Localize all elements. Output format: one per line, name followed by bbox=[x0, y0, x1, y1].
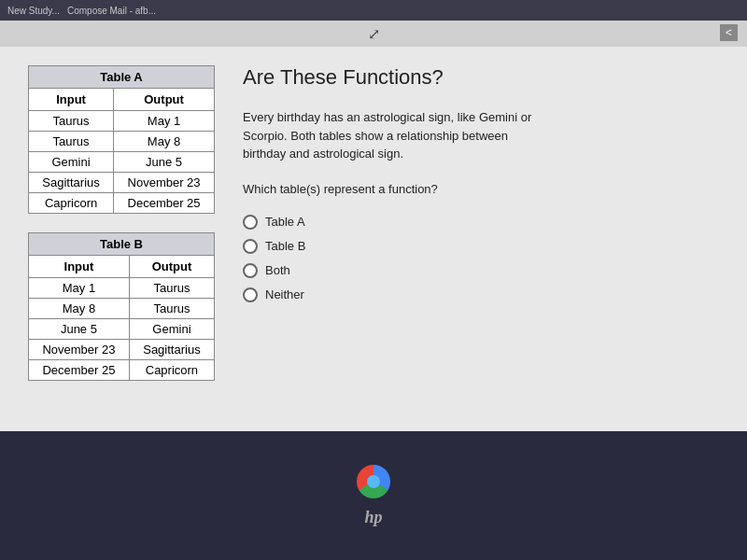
table-row: June 5Gemini bbox=[29, 319, 215, 340]
screen-area: ⤢ < Table A Input Output TaurusMay 1Taur… bbox=[0, 21, 747, 431]
table-row: May 1Taurus bbox=[29, 278, 215, 299]
table-row: SagittariusNovember 23 bbox=[29, 173, 215, 193]
nav-arrow-button[interactable]: < bbox=[720, 24, 738, 41]
opt-neither-label: Neither bbox=[265, 287, 304, 301]
opt-table-a-radio[interactable] bbox=[243, 215, 258, 230]
table-b: Table B Input Output May 1TaurusMay 8Tau… bbox=[28, 232, 215, 381]
table-a: Table A Input Output TaurusMay 1TaurusMa… bbox=[28, 65, 215, 214]
browser-bar: New Study... Compose Mail - afb... bbox=[0, 0, 747, 21]
radio-options: Table ATable BBothNeither bbox=[243, 215, 719, 302]
table-row: CapricornDecember 25 bbox=[29, 193, 215, 214]
hp-logo: hp bbox=[364, 508, 382, 527]
opt-table-a-label: Table A bbox=[265, 215, 305, 229]
question-section: Are These Functions? Every birthday has … bbox=[243, 65, 719, 413]
table-row: GeminiJune 5 bbox=[29, 152, 215, 173]
table-a-header-input: Input bbox=[29, 89, 114, 111]
table-row: December 25Capricorn bbox=[29, 360, 215, 381]
question-text: Which table(s) represent a function? bbox=[243, 182, 719, 196]
table-a-header-output: Output bbox=[114, 89, 215, 111]
opt-both[interactable]: Both bbox=[243, 263, 719, 278]
table-row: May 8Taurus bbox=[29, 299, 215, 319]
opt-neither-radio[interactable] bbox=[243, 287, 258, 302]
opt-both-radio[interactable] bbox=[243, 263, 258, 278]
opt-both-label: Both bbox=[265, 263, 290, 277]
opt-table-b-label: Table B bbox=[265, 239, 305, 253]
table-b-header-input: Input bbox=[29, 256, 130, 278]
table-b-header-output: Output bbox=[129, 256, 214, 278]
page-title: Are These Functions? bbox=[243, 65, 719, 90]
table-a-caption: Table A bbox=[28, 65, 215, 88]
content-area: Table A Input Output TaurusMay 1TaurusMa… bbox=[0, 47, 747, 431]
top-bar: ⤢ < bbox=[0, 21, 747, 47]
description-text: Every birthday has an astrological sign,… bbox=[243, 108, 542, 163]
browser-tab-1: New Study... bbox=[7, 6, 60, 16]
browser-tab-2: Compose Mail - afb... bbox=[67, 6, 156, 16]
table-row: November 23Sagittarius bbox=[29, 340, 215, 360]
opt-table-b-radio[interactable] bbox=[243, 239, 258, 254]
table-row: TaurusMay 8 bbox=[29, 132, 215, 152]
opt-table-b[interactable]: Table B bbox=[243, 239, 719, 254]
laptop-bottom: hp bbox=[0, 431, 747, 560]
tables-section: Table A Input Output TaurusMay 1TaurusMa… bbox=[28, 65, 215, 413]
table-b-caption: Table B bbox=[28, 232, 215, 255]
table-row: TaurusMay 1 bbox=[29, 111, 215, 132]
opt-table-a[interactable]: Table A bbox=[243, 215, 719, 230]
opt-neither[interactable]: Neither bbox=[243, 287, 719, 302]
expand-icon[interactable]: ⤢ bbox=[368, 25, 380, 43]
chrome-icon bbox=[357, 465, 390, 498]
